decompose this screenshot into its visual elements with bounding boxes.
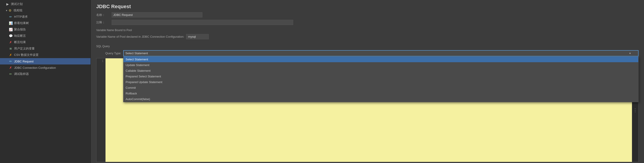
dropdown-item-rollback[interactable]: Rollback: [124, 90, 638, 96]
comment-row: 注释：: [96, 20, 638, 25]
sql-query-header: SQL Query: [91, 43, 644, 49]
comment-input[interactable]: [112, 20, 293, 25]
sidebar-item-assert-result[interactable]: ✗ 断言结果: [0, 39, 90, 46]
dropdown-item-prepared-select[interactable]: Prepared Select Statement: [124, 74, 638, 79]
sidebar-item-label: 线程组: [14, 8, 22, 12]
config-icon: ✗: [8, 66, 13, 70]
sidebar-item-label: 响应断言: [14, 34, 26, 38]
sidebar-item-response-assert[interactable]: 💬 响应断言: [0, 33, 90, 39]
jdbc-icon: ✏: [8, 59, 13, 63]
sidebar-item-http-request[interactable]: ✏ HTTP请求: [0, 14, 90, 20]
sidebar: ▶ 测试计划 ▼ ⚙ 线程组 ✏ HTTP请求 📊 察看结果树 📈 聚合报告 💬…: [0, 0, 91, 163]
gear-icon: ⚙: [8, 8, 12, 12]
name-input[interactable]: [112, 12, 202, 18]
sidebar-item-label: JDBC Request: [14, 60, 34, 63]
sidebar-item-label: 测试计划: [11, 2, 23, 6]
line-numbers: 1: [96, 58, 106, 162]
query-type-label: Query Type:: [96, 52, 122, 55]
chevron-icon: ▼: [6, 9, 8, 12]
dropdown-item-select-statement[interactable]: Select Statement: [124, 56, 638, 62]
line-number-1: 1: [98, 59, 104, 63]
report-icon: 📈: [8, 28, 13, 32]
query-type-select[interactable]: Select Statement ▼: [123, 50, 638, 56]
comment-label: 注释：: [96, 20, 110, 24]
sidebar-item-jdbc-request[interactable]: ✏ JDBC Request: [0, 58, 90, 64]
sidebar-item-label: 察看结果树: [14, 21, 29, 25]
sidebar-item-label: CSV 数据文件设置: [14, 53, 38, 57]
sql-section: Query Type: Select Statement ▼ Select St…: [91, 49, 644, 163]
variable-section-header: Variable Name Bound to Pool: [91, 27, 644, 33]
testplan-icon: ▶: [6, 2, 10, 6]
sidebar-item-csv-data[interactable]: ✗ CSV 数据文件设置: [0, 52, 90, 58]
sampler-icon: ✏: [8, 72, 13, 76]
sidebar-item-label: 聚合报告: [14, 28, 26, 32]
page-title: JDBC Request: [91, 0, 644, 12]
sidebar-item-label: 用户定义的变量: [14, 46, 35, 51]
response-icon: 💬: [8, 34, 13, 38]
select-wrapper: Select Statement ▼: [123, 50, 638, 56]
pool-label: Variable Name of Pool declared in JDBC C…: [96, 35, 184, 38]
main-panel: JDBC Request 名称： 注释： Variable Name Bound…: [91, 0, 644, 163]
tree-icon: 📊: [8, 21, 13, 25]
sidebar-item-jdbc-config[interactable]: ✗ JDBC Connection Configuration: [0, 64, 90, 71]
sidebar-item-test-plan[interactable]: ▶ 测试计划: [0, 1, 90, 7]
dropdown-item-autocommit-false[interactable]: AutoCommit(false): [124, 96, 638, 102]
sidebar-item-debug-sampler[interactable]: ✏ 调试取样器: [0, 71, 90, 77]
name-label: 名称：: [96, 13, 110, 17]
assert-icon: ✗: [8, 40, 13, 44]
csv-icon: ✗: [8, 53, 13, 57]
dropdown-item-commit[interactable]: Commit: [124, 85, 638, 90]
dropdown-item-callable-statement[interactable]: Callable Statement: [124, 68, 638, 74]
sidebar-item-user-vars[interactable]: ≋ 用户定义的变量: [0, 46, 90, 52]
pool-row: Variable Name of Pool declared in JDBC C…: [96, 34, 638, 39]
dropdown-menu: Select Statement Update Statement Callab…: [123, 56, 638, 102]
sidebar-item-label: 调试取样器: [14, 72, 29, 76]
sidebar-item-aggregate[interactable]: 📈 聚合报告: [0, 26, 90, 33]
variable-section: Variable Name of Pool declared in JDBC C…: [91, 33, 644, 42]
dropdown-arrow-icon: ▼: [629, 52, 631, 55]
dropdown-item-prepared-update[interactable]: Prepared Update Statement: [124, 79, 638, 85]
pool-input[interactable]: [186, 34, 209, 39]
query-type-dropdown-container: Select Statement ▼ Select Statement Upda…: [123, 50, 638, 56]
sidebar-item-label: JDBC Connection Configuration: [14, 66, 56, 70]
name-row: 名称：: [96, 12, 638, 18]
query-type-row: Query Type: Select Statement ▼ Select St…: [96, 50, 638, 56]
pencil-icon: ✏: [8, 15, 13, 19]
sidebar-item-view-results[interactable]: 📊 察看结果树: [0, 20, 90, 26]
sidebar-item-label: 断言结果: [14, 40, 26, 44]
dropdown-item-update-statement[interactable]: Update Statement: [124, 62, 638, 68]
sidebar-item-label: HTTP请求: [14, 15, 28, 19]
var-icon: ≋: [8, 46, 13, 51]
sidebar-item-thread-group[interactable]: ▼ ⚙ 线程组: [0, 7, 90, 14]
